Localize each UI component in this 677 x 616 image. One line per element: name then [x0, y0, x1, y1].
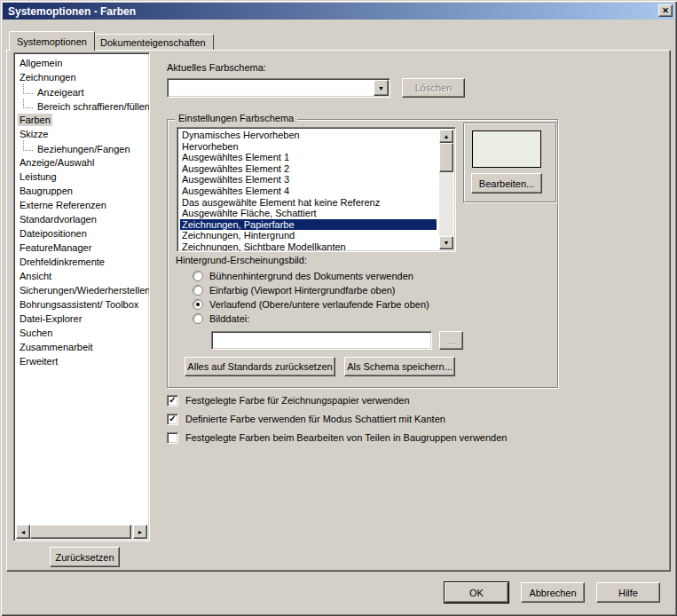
checkbox-checked-icon[interactable]	[167, 395, 178, 407]
scroll-up-button[interactable]: ▲	[439, 130, 453, 143]
options-page: Allgemein Zeichnungen Anzeigeart Bereich…	[6, 50, 671, 572]
checkbox-unchecked-icon[interactable]	[167, 432, 178, 444]
sidebar-item-allgemein[interactable]: Allgemein	[14, 56, 149, 70]
help-button[interactable]: Hilfe	[596, 582, 660, 603]
tree-branch-icon	[23, 99, 33, 108]
checkbox-shaded-with-edges[interactable]: Definierte Farbe verwenden für Modus Sch…	[167, 413, 445, 425]
sidebar-item-externe-referenzen[interactable]: Externe Referenzen	[14, 198, 149, 212]
window-title: Systemoptionen - Farben	[8, 5, 136, 18]
sidebar-item-bohrungsassistent[interactable]: Bohrungsassistent/ Toolbox	[14, 297, 149, 312]
scroll-down-button[interactable]: ▼	[439, 236, 453, 249]
sidebar-horizontal-scrollbar[interactable]: ◄ ►	[16, 525, 147, 539]
color-settings-list: Dynamisches Hervorheben Hervorheben Ausg…	[177, 127, 456, 252]
sidebar-item-anzeige-auswahl[interactable]: Anzeige/Auswahl	[14, 155, 149, 170]
scroll-right-icon: ►	[138, 529, 144, 535]
sidebar-item-sicherungen[interactable]: Sicherungen/Wiederherstellen	[14, 283, 149, 297]
radio-icon[interactable]	[193, 313, 203, 324]
radio-gradient[interactable]: Verlaufend (Obere/untere verlaufende Far…	[193, 298, 429, 311]
sidebar-item-drehfeldinkremente[interactable]: Drehfeldinkremente	[14, 255, 149, 269]
tree-branch-icon	[23, 84, 33, 94]
color-scheme-settings-group: Einstellungen Farbschema Dynamisches Her…	[167, 119, 558, 388]
sidebar-item-farben[interactable]: Farben	[14, 113, 149, 127]
combobox-dropdown-button[interactable]: ▼	[374, 80, 389, 96]
sidebar-item-ansicht[interactable]: Ansicht	[14, 269, 149, 283]
tree-branch-icon	[23, 141, 33, 151]
close-button[interactable]: ✕	[658, 4, 673, 17]
list-item[interactable]: Zeichnungen, Sichtbare Modellkanten	[180, 241, 437, 252]
list-item-selected[interactable]: Zeichnungen, Papierfarbe	[180, 219, 437, 231]
list-item[interactable]: Ausgewähltes Element 4	[180, 186, 437, 197]
close-icon: ✕	[662, 6, 669, 15]
list-item[interactable]: Ausgewählte Fläche, Schattiert	[180, 208, 437, 219]
color-scheme-combobox[interactable]: ▼	[167, 78, 390, 98]
titlebar[interactable]: Systemoptionen - Farben ✕	[3, 3, 674, 20]
sidebar-item-datei-explorer[interactable]: Datei-Explorer	[14, 312, 149, 326]
ok-button[interactable]: OK	[445, 582, 508, 603]
sidebar-item-erweitert[interactable]: Erweitert	[14, 354, 149, 368]
save-as-scheme-button[interactable]: Als Schema speichern...	[344, 357, 455, 376]
background-appearance-label: Hintergrund-Erscheinungsbild:	[176, 255, 307, 265]
scroll-down-icon: ▼	[444, 240, 450, 246]
sidebar-item-skizze[interactable]: Skizze	[14, 127, 149, 141]
sidebar-item-zusammenarbeit[interactable]: Zusammenarbeit	[14, 340, 149, 354]
radio-plain-color[interactable]: Einfarbig (Viewport Hintergrundfarbe obe…	[193, 284, 396, 296]
tab-label: Dokumenteigenschaften	[100, 37, 206, 48]
group-label: Einstellungen Farbschema	[175, 113, 297, 123]
sidebar-item-zeichnungen[interactable]: Zeichnungen	[14, 70, 149, 84]
scrollbar-thumb[interactable]	[439, 143, 453, 172]
sidebar-item-anzeigeart[interactable]: Anzeigeart	[14, 84, 149, 99]
scrollbar-thumb[interactable]	[30, 525, 131, 539]
checkbox-assembly-edit-colors[interactable]: Festgelegte Farben beim Bearbeiten von T…	[167, 431, 507, 444]
scroll-left-button[interactable]: ◄	[16, 525, 30, 539]
chevron-down-icon: ▼	[378, 85, 384, 91]
sidebar-item-leistung[interactable]: Leistung	[14, 170, 149, 184]
sidebar-item-beziehungen-fangen[interactable]: Beziehungen/Fangen	[14, 141, 149, 155]
checkbox-paper-color[interactable]: Festgelegte Farbe für Zeichnungspapier v…	[167, 394, 410, 407]
list-item[interactable]: Ausgewähltes Element 3	[180, 174, 437, 186]
delete-button[interactable]: Löschen	[402, 78, 465, 98]
list-item[interactable]: Zeichnungen, Hintergrund	[180, 230, 437, 241]
tab-dokumenteigenschaften[interactable]: Dokumenteigenschaften	[92, 34, 214, 51]
scroll-left-icon: ◄	[20, 529, 27, 535]
radio-scene-background[interactable]: Bühnenhintergrund des Dokuments verwende…	[193, 270, 413, 282]
image-file-input[interactable]	[211, 331, 432, 350]
current-scheme-label: Aktuelles Farbschema:	[167, 62, 266, 73]
list-item[interactable]: Hervorheben	[180, 141, 437, 153]
tab-label: Systemoptionen	[17, 36, 87, 47]
sidebar-item-standardvorlagen[interactable]: Standardvorlagen	[14, 212, 149, 226]
tab-systemoptionen[interactable]: Systemoptionen	[9, 31, 95, 51]
list-item[interactable]: Ausgewähltes Element 2	[180, 163, 437, 175]
checkbox-checked-icon[interactable]	[167, 414, 178, 425]
radio-image-file[interactable]: Bilddatei:	[193, 312, 249, 325]
radio-icon[interactable]	[193, 285, 203, 296]
sidebar-item-baugruppen[interactable]: Baugruppen	[14, 184, 149, 198]
sidebar-item-suchen[interactable]: Suchen	[14, 326, 149, 340]
reset-to-defaults-button[interactable]: Alles auf Standards zurücksetzen	[185, 357, 335, 376]
browse-button[interactable]: ...	[439, 331, 463, 350]
edit-color-button[interactable]: Bearbeiten...	[471, 173, 542, 193]
options-tree: Allgemein Zeichnungen Anzeigeart Bereich…	[13, 52, 150, 541]
sidebar-item-bereich-schraffieren[interactable]: Bereich schraffieren/füllen	[14, 99, 149, 113]
system-options-dialog: Systemoptionen - Farben ✕ Systemoptionen…	[0, 0, 677, 616]
sidebar-item-dateipositionen[interactable]: Dateipositionen	[14, 226, 149, 241]
scroll-right-button[interactable]: ►	[133, 525, 147, 539]
list-vertical-scrollbar[interactable]: ▲ ▼	[439, 130, 453, 249]
list-item[interactable]: Das ausgewählte Element hat keine Refere…	[180, 197, 437, 209]
radio-icon[interactable]	[193, 271, 203, 281]
color-preview-panel: Bearbeiten...	[463, 122, 556, 202]
scroll-up-icon: ▲	[444, 133, 450, 139]
color-swatch	[472, 130, 541, 168]
radio-selected-icon[interactable]	[193, 299, 203, 310]
cancel-button[interactable]: Abbrechen	[521, 582, 585, 603]
list-item[interactable]: Dynamisches Hervorheben	[180, 130, 437, 141]
sidebar-item-featuremanager[interactable]: FeatureManager	[14, 241, 149, 255]
list-item[interactable]: Ausgewähltes Element 1	[180, 152, 437, 163]
reset-button[interactable]: Zurücksetzen	[50, 547, 120, 567]
